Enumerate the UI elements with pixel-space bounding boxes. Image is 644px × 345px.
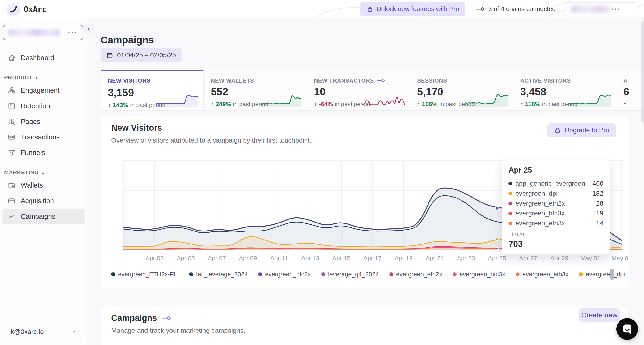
- svg-text:Apr 05: Apr 05: [176, 255, 195, 262]
- sidebar-collapse-button[interactable]: [83, 23, 94, 35]
- svg-text:Apr 29: Apr 29: [550, 255, 568, 262]
- svg-text:Apr 07: Apr 07: [208, 255, 226, 262]
- svg-text:Apr 03: Apr 03: [146, 255, 164, 262]
- stat-card-sessions[interactable]: SESSIONS 5,170 ↑ 106% in past period: [410, 70, 513, 111]
- svg-text:Apr 21: Apr 21: [426, 255, 444, 262]
- campaigns-title-text: Campaigns: [111, 313, 157, 323]
- svg-text:May 01: May 01: [580, 255, 600, 262]
- delta-arrow-icon: ↑: [520, 100, 525, 108]
- tooltip-row: app_generic_evergreen460: [508, 179, 604, 189]
- lock-icon: [366, 6, 373, 12]
- sidebar-item-label: Transactions: [21, 133, 60, 141]
- sidebar-item-wallets[interactable]: Wallets: [2, 177, 84, 193]
- calendar-icon: [106, 52, 113, 59]
- legend-item-fall_leverage_2024[interactable]: fall_leverage_2024: [189, 271, 248, 278]
- series-dot-icon: [508, 222, 512, 225]
- legend-item-evergreen_btc3x[interactable]: evergreen_btc3x: [452, 271, 505, 278]
- stat-card-delta: ↑: [624, 100, 626, 108]
- stat-card-active-visitors[interactable]: ACTIVE VISITORS 3,458 ↑ 118% in past per…: [513, 70, 616, 111]
- workspace-switcher[interactable]: ···: [3, 25, 83, 40]
- tooltip-rows: app_generic_evergreen460evergreen_dpi182…: [508, 179, 604, 228]
- chains-status-text: 3 of 4 chains connected: [488, 5, 556, 13]
- tooltip-total-label: TOTAL: [508, 232, 604, 238]
- collapse-triangle-icon: ▲: [35, 76, 38, 80]
- stat-card-value: 6: [624, 86, 629, 98]
- legend-item-evergreen_dpi[interactable]: evergreen_dpi: [579, 271, 625, 278]
- sidebar-item-label: Retention: [21, 102, 50, 110]
- svg-text:Apr 17: Apr 17: [364, 255, 382, 262]
- page-title: Campaigns: [100, 34, 154, 46]
- sidebar-item-campaigns[interactable]: Campaigns: [2, 209, 84, 224]
- topbar: 0xArc Unlock new features with Pro 3 of …: [0, 0, 644, 18]
- legend-label: evergreen_ETH2x-FLI: [118, 271, 179, 278]
- sidebar-item-acquisition[interactable]: Acquisition: [2, 193, 84, 209]
- stat-card-sparkline: [465, 92, 508, 107]
- delta-percent: 106%: [422, 100, 438, 108]
- sidebar-item-transactions[interactable]: Transactions: [2, 129, 84, 145]
- legend-item-evergreen_eth2x[interactable]: evergreen_eth2x: [389, 271, 442, 278]
- chevron-down-icon: [70, 329, 76, 335]
- chat-launcher-button[interactable]: [616, 318, 638, 340]
- stat-card-value: 5,170: [417, 86, 443, 98]
- stat-card-sparkline: [568, 92, 611, 107]
- unlock-pro-button[interactable]: Unlock new features with Pro: [360, 2, 465, 16]
- app-logo[interactable]: 0xArc: [7, 3, 46, 15]
- sidebar-item-pages[interactable]: Pages: [2, 114, 84, 129]
- upgrade-pro-label: Upgrade to Pro: [564, 126, 609, 134]
- chat-bubble-icon: [621, 323, 634, 335]
- stat-card-value: 552: [211, 86, 228, 98]
- legend-dot-icon: [258, 272, 262, 276]
- nav-section-product[interactable]: PRODUCT▲: [4, 74, 84, 81]
- panel-subtitle: Overview of visitors attributed to a cam…: [111, 137, 312, 144]
- sidebar-item-label: Dashboard: [21, 54, 54, 62]
- delta-percent: -64%: [319, 100, 333, 108]
- more-menu-dots-icon[interactable]: ···: [611, 6, 621, 13]
- svg-text:Apr 19: Apr 19: [395, 255, 413, 262]
- legend-item-evergreen_eth2x-fli[interactable]: evergreen_ETH2x-FLI: [111, 271, 179, 278]
- account-selector[interactable]: k@0xarc.io: [5, 325, 82, 339]
- stat-card-new-visitors[interactable]: NEW VISITORS 3,159 ↑ 143% in past period: [100, 70, 204, 111]
- svg-text:Apr 11: Apr 11: [270, 255, 288, 262]
- stat-card-new-transactors[interactable]: NEW TRANSACTORS 10 ↓ -64% in past period: [307, 70, 410, 111]
- nav-section-marketing[interactable]: MARKETING▲: [4, 169, 84, 176]
- date-range-picker[interactable]: 01/04/25 – 02/05/25: [100, 48, 182, 62]
- stat-card-new-wallets[interactable]: NEW WALLETS 552 ↑ 249% in past period: [204, 70, 307, 111]
- nav-section-label: MARKETING: [4, 169, 39, 176]
- sidebar-item-dashboard[interactable]: Dashboard: [2, 50, 84, 66]
- tooltip-date: Apr 25: [508, 166, 604, 174]
- nav-section-label: PRODUCT: [4, 74, 32, 81]
- series-name: evergreen_dpi: [515, 190, 558, 197]
- sidebar-item-retention[interactable]: Retention: [2, 98, 84, 114]
- receipt-icon: [8, 133, 16, 141]
- chartline-icon: [8, 212, 16, 220]
- series-value: 182: [592, 190, 604, 197]
- sidebar-item-label: Funnels: [21, 149, 45, 157]
- legend-label: evergreen_btc3x: [460, 271, 505, 278]
- legend-dot-icon: [321, 272, 325, 276]
- legend-item-evergreen_eth3x[interactable]: evergreen_eth3x: [516, 271, 568, 278]
- legend-item-evergreen_btc2x[interactable]: evergreen_btc2x: [258, 271, 311, 278]
- upgrade-pro-button[interactable]: Upgrade to Pro: [548, 123, 616, 137]
- legend-dot-icon: [579, 272, 583, 276]
- legend-scrollbar-thumb[interactable]: [610, 269, 614, 280]
- page-scrollbar-thumb[interactable]: [641, 21, 644, 123]
- sidebar-item-engagement[interactable]: Engagement: [2, 83, 84, 98]
- sidebar-item-label: Campaigns: [21, 213, 56, 220]
- svg-text:Apr 09: Apr 09: [239, 255, 257, 262]
- series-dot-icon: [508, 212, 512, 215]
- tooltip-row: evergreen_eth3x14: [508, 218, 604, 228]
- tooltip-row: evergreen_dpi182: [508, 189, 604, 198]
- page-scrollbar[interactable]: [641, 20, 644, 343]
- series-name: evergreen_eth2x: [515, 200, 565, 207]
- series-name: app_generic_evergreen: [515, 180, 585, 187]
- home-icon: [8, 54, 16, 62]
- sidebar-item-funnels[interactable]: Funnels: [2, 145, 84, 160]
- create-new-button[interactable]: Create new: [579, 309, 620, 322]
- campaigns-section-title: Campaigns: [111, 313, 172, 323]
- stat-card-a[interactable]: A 6 ↑: [616, 70, 644, 111]
- workspace-menu-dots-icon[interactable]: ···: [68, 29, 78, 36]
- delta-percent: 118%: [525, 100, 540, 108]
- legend-item-leverage_q4_2024[interactable]: leverage_q4_2024: [321, 271, 379, 278]
- workspace-selector[interactable]: ···: [566, 2, 637, 16]
- legend-dot-icon: [516, 272, 520, 276]
